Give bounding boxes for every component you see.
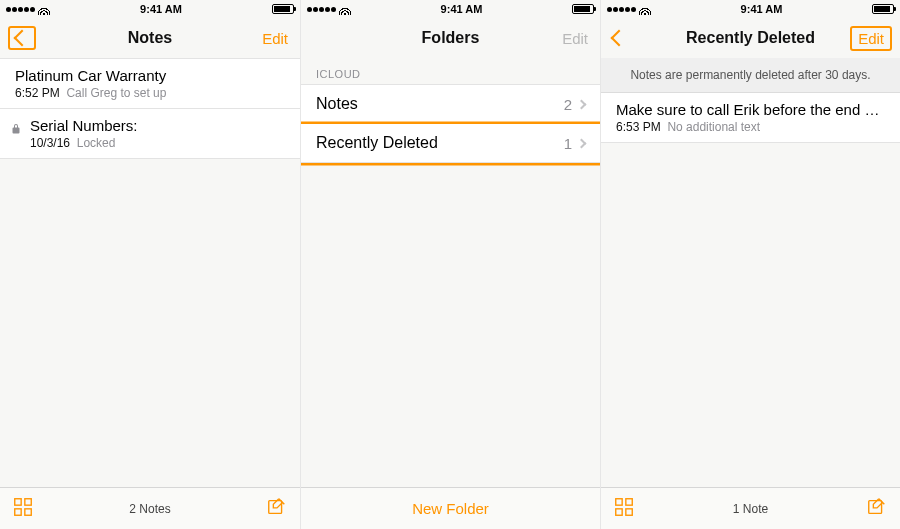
screen-notes-list: 9:41 AM Notes Edit Platinum Car Warranty… [0, 0, 300, 529]
page-title: Folders [301, 29, 600, 47]
status-bar: 9:41 AM [601, 0, 900, 18]
view-toggle-button[interactable] [613, 496, 635, 522]
compose-button[interactable] [266, 496, 288, 522]
battery-icon [272, 4, 294, 14]
note-row[interactable]: Platinum Car Warranty 6:52 PM Call Greg … [0, 58, 300, 109]
page-title: Notes [0, 29, 300, 47]
info-banner: Notes are permanently deleted after 30 d… [601, 58, 900, 93]
chevron-back-icon [14, 30, 31, 47]
note-timestamp: 6:53 PM [616, 120, 661, 134]
signal-strength-icon [6, 7, 35, 12]
status-time: 9:41 AM [651, 3, 872, 15]
note-meta: 6:53 PM No additional text [616, 120, 885, 134]
note-meta: 6:52 PM Call Greg to set up [15, 86, 285, 100]
folder-name: Notes [316, 95, 564, 113]
note-preview: Call Greg to set up [66, 86, 166, 100]
screen-recently-deleted: 9:41 AM Recently Deleted Edit Notes are … [600, 0, 900, 529]
back-button[interactable] [8, 26, 36, 50]
note-title: Serial Numbers: [30, 117, 285, 134]
folders-list: ICLOUD Notes 2 Recently Deleted 1 [301, 58, 600, 487]
footer-count: 2 Notes [0, 502, 300, 516]
screen-folders: 9:41 AM Folders Edit ICLOUD Notes 2 Rece… [300, 0, 600, 529]
grid-icon [613, 496, 635, 518]
toolbar: 2 Notes [0, 487, 300, 529]
svg-rect-2 [15, 508, 21, 514]
grid-icon [12, 496, 34, 518]
note-title: Make sure to call Erik before the end of… [616, 101, 885, 118]
battery-icon [572, 4, 594, 14]
compose-button[interactable] [866, 496, 888, 522]
svg-rect-3 [25, 508, 31, 514]
chevron-right-icon [577, 138, 587, 148]
lock-icon [10, 121, 22, 139]
toolbar: New Folder [301, 487, 600, 529]
view-toggle-button[interactable] [12, 496, 34, 522]
svg-rect-6 [626, 498, 632, 504]
status-time: 9:41 AM [351, 3, 572, 15]
note-timestamp: 10/3/16 [30, 136, 70, 150]
toolbar: 1 Note [601, 487, 900, 529]
note-title: Platinum Car Warranty [15, 67, 285, 84]
svg-rect-1 [25, 498, 31, 504]
edit-button[interactable]: Edit [258, 28, 292, 49]
folder-name: Recently Deleted [316, 134, 564, 152]
svg-rect-0 [15, 498, 21, 504]
svg-rect-7 [616, 508, 622, 514]
note-preview: No additional text [667, 120, 760, 134]
signal-strength-icon [607, 7, 636, 12]
back-button[interactable] [609, 28, 629, 48]
new-folder-button[interactable]: New Folder [301, 500, 600, 517]
status-bar: 9:41 AM [0, 0, 300, 18]
footer-count: 1 Note [601, 502, 900, 516]
section-header: ICLOUD [301, 58, 600, 84]
battery-icon [872, 4, 894, 14]
wifi-icon [38, 3, 50, 15]
navigation-bar: Recently Deleted Edit [601, 18, 900, 58]
edit-button[interactable]: Edit [850, 26, 892, 51]
note-row[interactable]: Make sure to call Erik before the end of… [601, 93, 900, 143]
svg-rect-5 [616, 498, 622, 504]
edit-button[interactable]: Edit [558, 28, 592, 49]
deleted-notes-list: Notes are permanently deleted after 30 d… [601, 58, 900, 487]
folder-row[interactable]: Notes 2 [301, 84, 600, 124]
folder-row-recently-deleted[interactable]: Recently Deleted 1 [301, 124, 600, 163]
folder-count: 2 [564, 96, 572, 113]
chevron-back-icon [611, 30, 628, 47]
note-meta: 10/3/16 Locked [30, 136, 285, 150]
status-time: 9:41 AM [50, 3, 272, 15]
wifi-icon [639, 3, 651, 15]
notes-list: Platinum Car Warranty 6:52 PM Call Greg … [0, 58, 300, 487]
folder-count: 1 [564, 135, 572, 152]
note-row[interactable]: Serial Numbers: 10/3/16 Locked [0, 109, 300, 159]
chevron-right-icon [577, 99, 587, 109]
navigation-bar: Notes Edit [0, 18, 300, 58]
compose-icon [866, 496, 888, 518]
status-bar: 9:41 AM [301, 0, 600, 18]
wifi-icon [339, 3, 351, 15]
svg-rect-8 [626, 508, 632, 514]
compose-icon [266, 496, 288, 518]
note-preview: Locked [77, 136, 116, 150]
navigation-bar: Folders Edit [301, 18, 600, 58]
note-timestamp: 6:52 PM [15, 86, 60, 100]
signal-strength-icon [307, 7, 336, 12]
